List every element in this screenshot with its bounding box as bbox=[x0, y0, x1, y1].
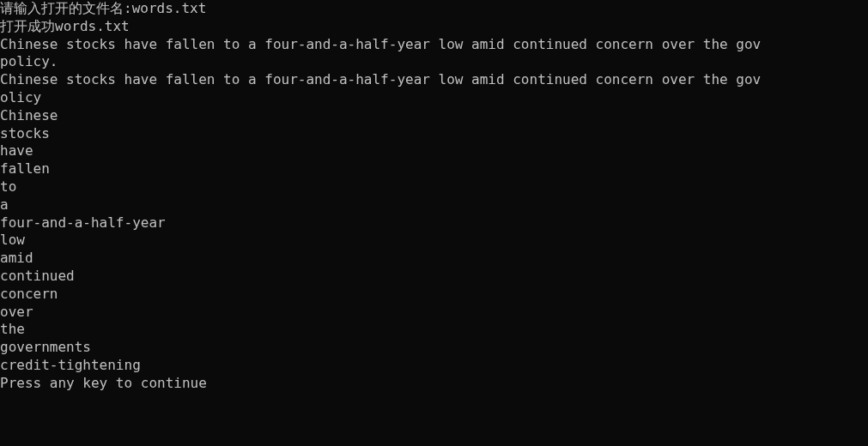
output-line: to bbox=[0, 178, 868, 196]
output-line: concern bbox=[0, 286, 868, 304]
output-line: policy. bbox=[0, 53, 868, 71]
output-line: Chinese stocks have fallen to a four-and… bbox=[0, 71, 868, 89]
output-line: Chinese bbox=[0, 107, 868, 125]
output-line: amid bbox=[0, 250, 868, 268]
output-line: four-and-a-half-year bbox=[0, 214, 868, 232]
output-line: credit-tightening bbox=[0, 357, 868, 375]
output-line: continued bbox=[0, 268, 868, 286]
output-line: fallen bbox=[0, 160, 868, 178]
output-line: over bbox=[0, 304, 868, 322]
output-line: governments bbox=[0, 339, 868, 357]
terminal-output: 请输入打开的文件名:words.txt 打开成功words.txt Chines… bbox=[0, 0, 868, 393]
output-line: Press any key to continue bbox=[0, 375, 868, 393]
output-line: a bbox=[0, 196, 868, 214]
output-line: olicy bbox=[0, 89, 868, 107]
output-line: 请输入打开的文件名:words.txt bbox=[0, 0, 868, 18]
output-line: 打开成功words.txt bbox=[0, 18, 868, 36]
output-line: have bbox=[0, 142, 868, 160]
output-line: the bbox=[0, 321, 868, 339]
output-line: low bbox=[0, 232, 868, 250]
output-line: Chinese stocks have fallen to a four-and… bbox=[0, 36, 868, 54]
output-line: stocks bbox=[0, 125, 868, 143]
